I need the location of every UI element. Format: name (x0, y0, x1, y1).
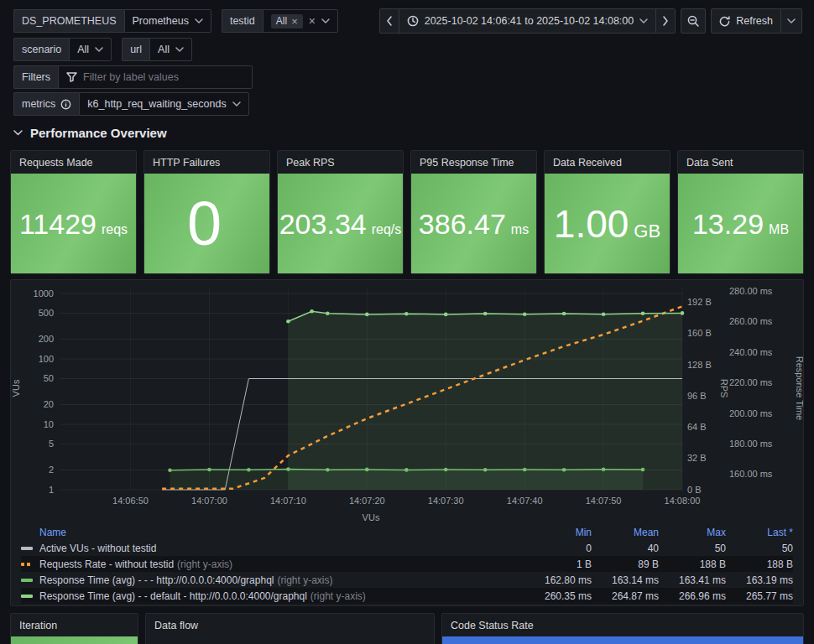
data-sent-panel: Data Sent 13.29 MB (677, 150, 804, 274)
legend-col-min[interactable]: Min (531, 527, 592, 538)
filters-control: Filters (13, 65, 253, 89)
section-performance-overview[interactable]: Performance Overview (13, 126, 167, 140)
svg-text:5: 5 (49, 439, 54, 449)
series-name[interactable]: Response Time (avg) - - default - http:/… (39, 590, 524, 602)
zoom-out-icon (687, 15, 699, 27)
chevron-down-icon (787, 18, 796, 23)
refresh-label: Refresh (736, 15, 773, 27)
series-mean: 89 B (598, 558, 659, 570)
legend-col-name[interactable]: Name (39, 527, 524, 538)
panel-title[interactable]: Data Sent (678, 151, 803, 174)
series-last: 188 B (733, 558, 793, 570)
stat-value-area: 386.47 ms (411, 174, 536, 273)
stat-value-area: 13.29 MB (678, 174, 803, 273)
refresh-button[interactable]: Refresh (711, 8, 781, 34)
clear-selection-icon[interactable]: × (309, 15, 316, 27)
series-name[interactable]: Requests Rate - without testid (right y-… (39, 558, 524, 570)
testid-chip-all[interactable]: All × (271, 14, 303, 29)
section-title: Performance Overview (30, 126, 167, 140)
legend-col-last[interactable]: Last * (733, 527, 793, 538)
panel-title[interactable]: HTTP Failures (144, 151, 269, 174)
filter-box (58, 65, 253, 89)
series-name-text: Response Time (avg) - - default - http:/… (39, 590, 307, 602)
url-value: All (158, 44, 170, 55)
chevron-left-icon (386, 16, 393, 26)
svg-text:14:07:20: 14:07:20 (349, 496, 385, 506)
metrics-value: k6_http_req_waiting_seconds (87, 98, 226, 110)
zoom-out-button[interactable] (681, 8, 706, 34)
series-name[interactable]: Response Time (avg) - - - http://0.0.0.0… (39, 574, 524, 586)
svg-text:1000: 1000 (34, 288, 54, 299)
chevron-down-icon (175, 47, 184, 52)
iteration-panel: Iteration (10, 613, 138, 644)
peak-rps-panel: Peak RPS 203.34 req/s (277, 150, 404, 274)
svg-text:2: 2 (49, 465, 54, 475)
panel-title[interactable]: Peak RPS (278, 151, 403, 174)
iteration-stat (11, 636, 138, 644)
series-name-text: Response Time (avg) - - - http://0.0.0.0… (39, 574, 274, 586)
panel-title[interactable]: Iteration (11, 614, 138, 636)
legend-row-response-time-1: Response Time (avg) - - - http://0.0.0.0… (21, 572, 793, 588)
testid-label: testid (222, 9, 263, 33)
scenario-select[interactable]: All (69, 38, 112, 61)
clock-icon (407, 15, 419, 27)
chevron-right-icon (662, 16, 669, 26)
time-controls: 2025-10-02 14:06:41 to 2025-10-02 14:08:… (379, 8, 802, 34)
svg-text:20: 20 (44, 399, 54, 409)
requests-made-panel: Requests Made 11429 reqs (10, 150, 137, 274)
stat-unit: GB (634, 222, 660, 241)
svg-text:200.00 ms: 200.00 ms (729, 408, 773, 418)
svg-text:14:07:30: 14:07:30 (428, 496, 464, 506)
series-color-swatch (21, 579, 33, 582)
svg-text:240.00 ms: 240.00 ms (729, 347, 773, 357)
panel-title[interactable]: Data Received (545, 151, 670, 174)
filter-input[interactable] (83, 71, 244, 83)
datasource-select[interactable]: Prometheus (124, 9, 211, 33)
svg-text:260.00 ms: 260.00 ms (729, 316, 773, 326)
metrics-label-text: metrics (22, 98, 55, 110)
stat-value: 203.34 (279, 210, 367, 238)
time-range-button[interactable]: 2025-10-02 14:06:41 to 2025-10-02 14:08:… (399, 8, 657, 34)
metrics-select[interactable]: k6_http_req_waiting_seconds (79, 92, 248, 116)
legend-col-mean[interactable]: Mean (598, 527, 659, 538)
svg-text:14:06:50: 14:06:50 (112, 496, 149, 506)
time-back-button[interactable] (379, 8, 399, 34)
series-name-text: Active VUs - without testid (39, 543, 156, 554)
legend-col-max[interactable]: Max (665, 527, 726, 538)
svg-text:160 B: 160 B (687, 328, 712, 338)
panel-title[interactable]: Data flow (146, 614, 434, 636)
testid-variable: testid All × × (222, 9, 338, 33)
stat-value-area: 1.00 GB (545, 174, 670, 273)
info-icon[interactable] (60, 99, 71, 110)
panel-title[interactable]: Code Status Rate (442, 614, 803, 636)
panel-title[interactable]: P95 Response Time (411, 151, 536, 174)
stat-unit: ms (511, 223, 529, 236)
series-color-swatch (21, 563, 33, 566)
svg-text:500: 500 (39, 308, 54, 318)
filter-funnel-icon (66, 72, 77, 82)
chevron-down-icon (639, 18, 648, 23)
timeseries-chart[interactable]: 100050020010050201052114:06:5014:07:0014… (11, 280, 803, 525)
url-select[interactable]: All (149, 38, 192, 61)
series-mean: 40 (598, 543, 659, 554)
stat-panels-row: Requests Made 11429 reqs HTTP Failures 0… (10, 150, 804, 274)
series-color-swatch (21, 595, 33, 598)
filters-row: Filters (13, 65, 253, 89)
refresh-group: Refresh (711, 8, 802, 34)
series-name-text: Requests Rate - without testid (39, 558, 174, 570)
stat-value: 11429 (19, 210, 97, 238)
chevron-down-icon (95, 47, 103, 52)
stat-value: 386.47 (419, 210, 506, 238)
panel-title[interactable]: Requests Made (11, 151, 136, 174)
testid-select[interactable]: All × × (263, 9, 338, 33)
series-name[interactable]: Active VUs - without testid (39, 543, 524, 554)
stat-unit: req/s (372, 223, 402, 236)
time-forward-button[interactable] (655, 8, 676, 34)
refresh-icon (719, 16, 730, 27)
stat-value-area: 0 (144, 174, 269, 273)
chip-remove-icon[interactable]: × (291, 16, 298, 27)
svg-text:280.00 ms: 280.00 ms (729, 286, 773, 296)
svg-text:220.00 ms: 220.00 ms (729, 377, 773, 387)
url-label: url (122, 38, 149, 61)
refresh-interval-button[interactable] (780, 8, 802, 34)
